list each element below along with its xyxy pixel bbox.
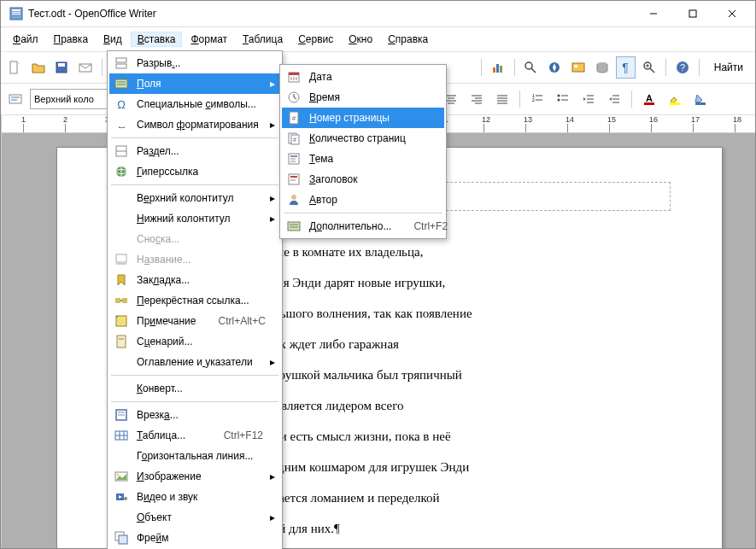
insert-item-15[interactable]: Сценарий... <box>109 331 280 352</box>
indent-increase-button[interactable] <box>603 88 625 110</box>
svg-marker-104 <box>118 275 125 285</box>
datasources-button[interactable] <box>592 56 612 79</box>
insert-item-12[interactable]: Закладка... <box>109 270 280 290</box>
svg-marker-71 <box>609 97 612 101</box>
svg-text:Ω: Ω <box>117 98 126 111</box>
insert-item-0[interactable]: Разрыв... <box>109 53 280 73</box>
submenu-arrow-icon: ▸ <box>270 511 275 523</box>
insert-item-14[interactable]: ПримечаниеCtrl+Alt+C <box>109 311 280 331</box>
menu-item-label: Тема <box>309 153 427 165</box>
svg-point-151 <box>291 195 296 200</box>
new-button[interactable] <box>4 56 25 79</box>
insert-item-9[interactable]: Нижний колонтитул▸ <box>109 208 280 229</box>
insert-item-23[interactable]: Изображение▸ <box>109 466 280 487</box>
menu-правка[interactable]: Правка <box>47 32 96 47</box>
menu-вставка[interactable]: Вставка <box>131 32 183 47</box>
fields-item-2[interactable]: #Номер страницы <box>282 108 444 128</box>
svg-rect-90 <box>116 58 126 62</box>
align-justify-button[interactable] <box>491 88 513 110</box>
menu-item-label: Разрыв... <box>137 57 263 69</box>
floatframe-icon <box>113 529 130 546</box>
app-icon <box>9 7 23 20</box>
find-label[interactable]: Найти <box>706 61 752 73</box>
fields-item-3[interactable]: #Количество страниц <box>282 128 444 149</box>
fields-item-5[interactable]: Заголовок <box>282 169 444 190</box>
open-button[interactable] <box>28 56 49 79</box>
align-right-button[interactable] <box>466 88 488 110</box>
background-button[interactable] <box>689 88 712 110</box>
styles-button[interactable] <box>4 88 26 110</box>
indent-decrease-button[interactable] <box>577 88 600 110</box>
menu-item-label: Раздел... <box>137 145 263 157</box>
fields-item-8[interactable]: Дополнительно...Ctrl+F2 <box>282 216 444 237</box>
svg-rect-126 <box>119 535 127 544</box>
submenu-arrow-icon: ▸ <box>270 192 275 204</box>
chart-button[interactable] <box>488 56 508 79</box>
fields-item-0[interactable]: Дата <box>282 67 444 87</box>
fields-item-6[interactable]: Автор <box>282 190 444 210</box>
fields-item-4[interactable]: Тема <box>282 149 444 169</box>
svg-rect-10 <box>58 63 65 67</box>
insert-item-8[interactable]: Верхний колонтитул▸ <box>109 188 280 208</box>
fields-item-1[interactable]: Время <box>282 87 444 108</box>
submenu-arrow-icon: ▸ <box>270 213 275 225</box>
insert-item-24[interactable]: Видео и звук <box>109 487 280 507</box>
insert-item-6[interactable]: Гиперссылка <box>109 161 280 182</box>
menu-item-label: Сноска... <box>137 233 263 245</box>
insert-item-25[interactable]: Объект▸ <box>109 507 280 528</box>
gallery-button[interactable] <box>568 56 589 79</box>
close-button[interactable] <box>712 1 752 26</box>
insert-item-1[interactable]: Поля▸ <box>109 73 280 94</box>
bullets-button[interactable] <box>552 88 574 110</box>
menu-формат[interactable]: Формат <box>184 32 234 47</box>
help-button[interactable]: ? <box>672 56 693 79</box>
insert-item-20[interactable]: Врезка... <box>109 405 280 425</box>
minimize-button[interactable] <box>634 1 673 26</box>
insert-item-13[interactable]: Перекрёстная ссылка... <box>109 290 280 311</box>
menu-сервис[interactable]: Сервис <box>291 32 340 47</box>
menu-item-label: Заголовок <box>309 173 427 185</box>
page-number-icon: # <box>285 109 302 126</box>
insert-item-18[interactable]: Конверт... <box>109 378 280 399</box>
insert-item-2[interactable]: ΩСпециальные символы... <box>109 94 280 114</box>
svg-rect-110 <box>117 336 126 348</box>
menu-таблица[interactable]: Таблица <box>236 32 290 47</box>
menu-item-label: Количество страниц <box>309 132 427 144</box>
submenu-arrow-icon: ▸ <box>270 356 275 368</box>
insert-item-21[interactable]: Таблица...Ctrl+F12 <box>109 425 280 446</box>
image-icon <box>113 468 130 485</box>
nonprinting-toggle[interactable]: ¶ <box>616 56 636 79</box>
font-color-button[interactable]: A <box>638 88 660 110</box>
menu-item-label: Закладка... <box>137 274 263 286</box>
menu-справка[interactable]: Справка <box>381 32 435 47</box>
maximize-button[interactable] <box>673 1 712 26</box>
insert-item-16[interactable]: Оглавление и указатели▸ <box>109 352 280 372</box>
insert-item-22[interactable]: Горизонтальная линия... <box>109 446 280 466</box>
insert-item-3[interactable]: ⎵Символ форматирования▸ <box>109 114 280 135</box>
find-button[interactable] <box>521 56 542 79</box>
menu-item-label: Дополнительно... <box>309 220 391 232</box>
table-icon <box>113 427 130 444</box>
submenu-arrow-icon: ▸ <box>270 119 275 131</box>
menu-вид[interactable]: Вид <box>97 32 129 47</box>
svg-text:¶: ¶ <box>623 61 630 74</box>
hyperlink-icon <box>113 163 130 180</box>
menu-item-label: Сценарий... <box>137 336 263 348</box>
numbering-button[interactable]: 12 <box>526 88 548 110</box>
insert-item-26[interactable]: Фрейм <box>109 528 280 548</box>
highlight-button[interactable] <box>664 88 686 110</box>
email-button[interactable] <box>75 56 96 79</box>
menu-окно[interactable]: Окно <box>342 32 379 47</box>
zoom-button[interactable] <box>639 56 659 79</box>
svg-rect-132 <box>289 73 299 75</box>
insert-item-5[interactable]: Раздел... <box>109 141 280 161</box>
navigator-button[interactable] <box>544 56 565 79</box>
comment-icon <box>113 312 130 330</box>
paragraph-style-value: Верхний коло <box>34 94 94 104</box>
insert-menu: Разрыв...Поля▸ΩСпециальные символы...⎵Си… <box>107 50 283 549</box>
svg-rect-105 <box>115 298 120 303</box>
svg-rect-1 <box>12 9 21 11</box>
save-button[interactable] <box>52 56 73 79</box>
menu-item-label: Дата <box>309 71 427 83</box>
menu-файл[interactable]: Файл <box>6 32 45 47</box>
